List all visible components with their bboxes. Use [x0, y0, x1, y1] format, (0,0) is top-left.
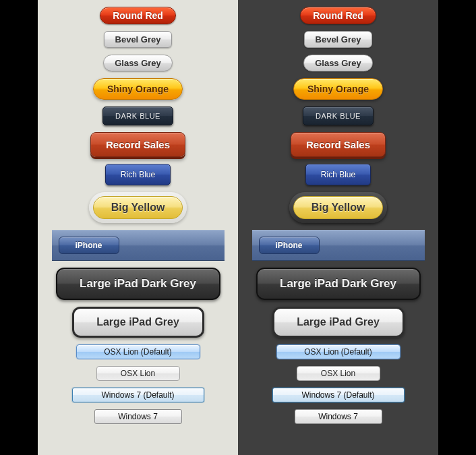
large-ipad-dark-grey-button[interactable]: Large iPad Dark Grey: [56, 268, 220, 300]
osx-lion-default-button[interactable]: OSX Lion (Default): [276, 344, 400, 359]
big-yellow-wrapper: Big Yellow: [89, 192, 187, 223]
dark-blue-button[interactable]: DARK BLUE: [102, 107, 173, 125]
iphone-toolbar: iPhone: [252, 230, 425, 261]
big-yellow-button[interactable]: Big Yellow: [93, 196, 183, 219]
iphone-button[interactable]: iPhone: [59, 237, 119, 254]
light-panel: Round Red Bevel Grey Glass Grey Shiny Or…: [38, 0, 238, 455]
demo-wrapper: Round Red Bevel Grey Glass Grey Shiny Or…: [38, 0, 438, 455]
osx-lion-button[interactable]: OSX Lion: [297, 366, 380, 381]
bevel-grey-button[interactable]: Bevel Grey: [104, 31, 173, 48]
shiny-orange-button[interactable]: Shiny Orange: [293, 78, 383, 100]
shiny-orange-button[interactable]: Shiny Orange: [93, 78, 183, 100]
windows-7-default-button[interactable]: Windows 7 (Default): [272, 388, 405, 402]
glass-grey-button[interactable]: Glass Grey: [303, 55, 373, 71]
windows-7-button[interactable]: Windows 7: [295, 409, 382, 424]
osx-lion-button[interactable]: OSX Lion: [96, 366, 180, 381]
iphone-toolbar: iPhone: [52, 230, 225, 261]
large-ipad-grey-button[interactable]: Large iPad Grey: [72, 307, 204, 338]
round-red-button[interactable]: Round Red: [300, 7, 376, 24]
osx-lion-default-button[interactable]: OSX Lion (Default): [76, 344, 200, 359]
rich-blue-button[interactable]: Rich Blue: [305, 164, 371, 185]
windows-7-button[interactable]: Windows 7: [94, 409, 182, 424]
dark-panel: Round Red Bevel Grey Glass Grey Shiny Or…: [238, 0, 438, 455]
rich-blue-button[interactable]: Rich Blue: [105, 164, 171, 185]
glass-grey-button[interactable]: Glass Grey: [103, 55, 173, 71]
record-sales-button[interactable]: Record Sales: [291, 132, 386, 157]
iphone-button[interactable]: iPhone: [259, 237, 320, 254]
record-sales-button[interactable]: Record Sales: [90, 132, 185, 157]
big-yellow-wrapper: Big Yellow: [289, 192, 388, 223]
large-ipad-dark-grey-button[interactable]: Large iPad Dark Grey: [256, 268, 421, 300]
dark-blue-button[interactable]: DARK BLUE: [303, 107, 374, 125]
big-yellow-button[interactable]: Big Yellow: [293, 196, 384, 219]
round-red-button[interactable]: Round Red: [100, 7, 176, 24]
large-ipad-grey-button[interactable]: Large iPad Grey: [272, 307, 405, 338]
bevel-grey-button[interactable]: Bevel Grey: [304, 31, 373, 48]
windows-7-default-button[interactable]: Windows 7 (Default): [72, 388, 204, 402]
